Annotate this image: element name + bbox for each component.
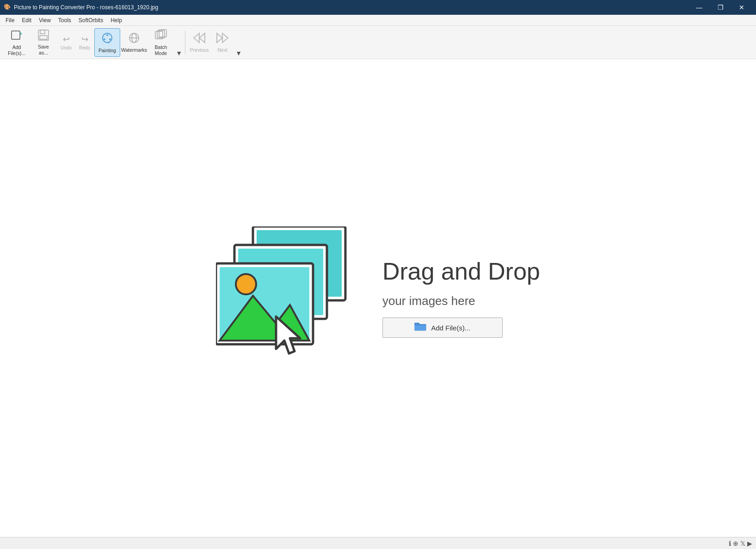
svg-marker-17 <box>199 33 205 43</box>
painting-button[interactable]: Painting <box>94 28 120 57</box>
drop-zone: Drag and Drop your images here Add File(… <box>216 226 540 370</box>
save-as-label: Saveas... <box>38 44 49 55</box>
painting-label: Painting <box>98 48 116 54</box>
watermarks-button[interactable]: Watermarks <box>121 28 147 57</box>
twitter-icon[interactable]: 𝕏 <box>740 540 745 547</box>
video-icon[interactable]: ▶ <box>747 540 752 547</box>
menu-view[interactable]: View <box>35 16 55 24</box>
window-title: Picture to Painting Converter Pro - rose… <box>14 4 158 11</box>
status-right: ℹ ⊕ 𝕏 ▶ <box>729 540 752 547</box>
more-button-2[interactable]: ▼ <box>234 28 242 57</box>
redo-icon: ↪ <box>81 34 88 44</box>
previous-label: Previous <box>190 47 209 53</box>
drag-drop-title: Drag and Drop <box>382 258 540 285</box>
svg-marker-19 <box>222 33 228 43</box>
add-files-button[interactable]: AddFile(s)... <box>4 28 30 57</box>
add-files-icon <box>10 29 23 43</box>
folder-icon <box>414 321 426 334</box>
save-as-button[interactable]: Saveas... <box>31 28 56 57</box>
batch-mode-icon <box>154 29 167 43</box>
svg-point-7 <box>106 34 108 36</box>
menu-help[interactable]: Help <box>107 16 126 24</box>
redo-button[interactable]: ↪ Redo <box>76 28 93 57</box>
minimize-button[interactable]: — <box>688 0 710 15</box>
title-bar-left: 🎨 Picture to Painting Converter Pro - ro… <box>4 4 158 11</box>
undo-button[interactable]: ↩ Undo <box>57 28 75 57</box>
svg-point-26 <box>236 274 256 294</box>
title-bar: 🎨 Picture to Painting Converter Pro - ro… <box>0 0 756 15</box>
app-icon: 🎨 <box>4 4 11 11</box>
previous-icon <box>193 32 206 46</box>
next-label: Next <box>217 47 227 53</box>
svg-rect-5 <box>40 36 47 39</box>
batch-mode-button[interactable]: BatchMode <box>148 28 174 57</box>
toolbar-group-main: AddFile(s)... Saveas... <box>4 28 56 57</box>
menu-softorbits[interactable]: SoftOrbits <box>75 16 107 24</box>
status-bar: ℹ ⊕ 𝕏 ▶ <box>0 537 756 549</box>
svg-marker-18 <box>217 33 222 43</box>
add-files-label: AddFile(s)... <box>8 44 25 56</box>
svg-rect-0 <box>12 31 20 39</box>
toolbar-group-undoredo: ↩ Undo ↪ Redo <box>57 28 93 57</box>
menu-edit[interactable]: Edit <box>18 16 35 24</box>
maximize-button[interactable]: ❐ <box>710 0 731 15</box>
svg-point-9 <box>104 38 105 40</box>
batch-mode-label: BatchMode <box>155 44 167 56</box>
softorbits-icon[interactable]: ⊕ <box>733 540 738 547</box>
close-button[interactable]: ✕ <box>731 0 752 15</box>
more-button[interactable]: ▼ <box>175 28 182 57</box>
toolbar-separator <box>185 31 185 54</box>
title-bar-controls: — ❐ ✕ <box>688 0 752 15</box>
previous-button[interactable]: Previous <box>188 28 210 57</box>
watermarks-icon <box>128 31 141 46</box>
redo-label: Redo <box>79 45 90 50</box>
watermarks-label: Watermarks <box>121 47 147 53</box>
add-files-btn-label: Add File(s)... <box>431 324 470 332</box>
menu-bar: File Edit View Tools SoftOrbits Help <box>0 15 756 26</box>
painting-icon <box>100 31 114 47</box>
menu-tools[interactable]: Tools <box>55 16 75 24</box>
drop-text-area: Drag and Drop your images here Add File(… <box>382 258 540 338</box>
toolbar: AddFile(s)... Saveas... ↩ Undo ↪ Redo <box>0 26 756 59</box>
next-icon <box>216 32 229 46</box>
next-button[interactable]: Next <box>211 28 234 57</box>
svg-marker-16 <box>194 33 199 43</box>
info-icon[interactable]: ℹ <box>729 540 731 547</box>
main-content: Drag and Drop your images here Add File(… <box>0 59 756 537</box>
drag-drop-subtitle: your images here <box>382 294 540 308</box>
save-as-icon <box>37 29 49 43</box>
menu-file[interactable]: File <box>2 16 18 24</box>
undo-label: Undo <box>61 45 72 50</box>
undo-icon: ↩ <box>63 34 70 44</box>
add-files-main-button[interactable]: Add File(s)... <box>382 317 503 338</box>
svg-point-8 <box>109 38 111 40</box>
svg-rect-4 <box>40 30 45 34</box>
illustration <box>216 226 355 370</box>
